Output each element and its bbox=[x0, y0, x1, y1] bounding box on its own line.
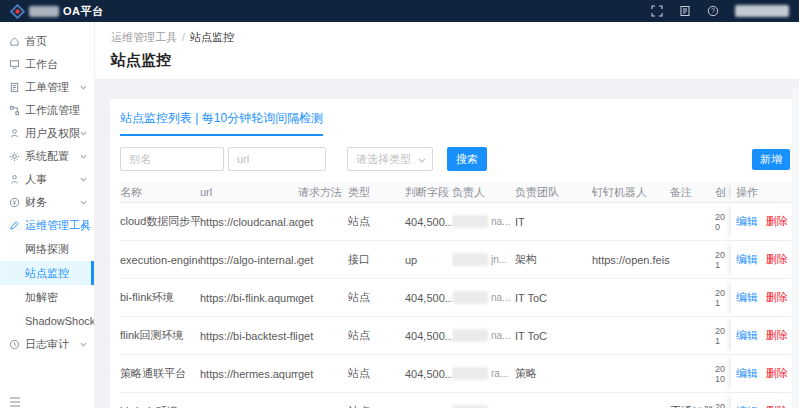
cell-url: https://bi-backtest-flink.a... bbox=[200, 317, 298, 354]
ticket-icon bbox=[9, 82, 20, 93]
sidebar-subitem-site-monitor[interactable]: 站点监控 bbox=[0, 261, 94, 285]
sidebar-item-label: 工作流管理 bbox=[25, 103, 80, 118]
sidebar-item-ops-tools[interactable]: 运维管理工具 bbox=[0, 214, 94, 237]
menu-fold-icon[interactable] bbox=[9, 393, 21, 403]
url-input[interactable] bbox=[228, 147, 326, 171]
cell-name: bi-doris环境 bbox=[120, 393, 200, 408]
cell-type: 接口 bbox=[348, 241, 405, 278]
delete-link[interactable]: 删除 bbox=[766, 214, 788, 229]
sidebar-item-label: 日志审计 bbox=[25, 337, 69, 352]
col-team: 负责团队 bbox=[515, 182, 592, 202]
sidebar-item-label: 站点监控 bbox=[25, 266, 69, 281]
cell-team: IT bbox=[515, 203, 592, 240]
tab-site-monitor-list[interactable]: 站点监控列表 | 每10分钟轮询间隔检测 bbox=[120, 110, 323, 136]
brand[interactable]: OA平台 bbox=[10, 0, 104, 22]
brand-text: OA平台 bbox=[63, 4, 104, 19]
sidebar-item-label: ShadowShock bbox=[25, 315, 94, 327]
edit-link[interactable]: 编辑 bbox=[736, 252, 758, 267]
cell-type: 站点 bbox=[348, 203, 405, 240]
cell-method: get bbox=[298, 393, 348, 408]
delete-link[interactable]: 删除 bbox=[766, 290, 788, 305]
sidebar-item-label: 用户及权限 bbox=[25, 126, 80, 141]
table-row: execution-engine https://algo-internal.a… bbox=[120, 241, 792, 279]
delete-link[interactable]: 删除 bbox=[766, 366, 788, 381]
cell-judge: 404,500... bbox=[405, 317, 452, 354]
type-select[interactable]: 请选择类型 bbox=[347, 147, 433, 171]
table-row: bi-doris环境 https://bi-doris.aqumon.c... … bbox=[120, 393, 792, 408]
chevron-down-icon bbox=[80, 154, 87, 159]
chevron-down-icon bbox=[80, 200, 87, 205]
clock-icon bbox=[9, 339, 20, 350]
cell-url: https://algo-internal.aqu... bbox=[200, 241, 298, 278]
topbar: OA平台 ? bbox=[0, 0, 799, 22]
help-icon[interactable]: ? bbox=[707, 5, 719, 17]
sidebar-item-label: 工单管理 bbox=[25, 80, 69, 95]
breadcrumb-parent[interactable]: 运维管理工具 bbox=[111, 31, 177, 43]
desktop-icon bbox=[9, 59, 20, 70]
cell-actions: 编辑删除 bbox=[731, 279, 792, 316]
search-button[interactable]: 搜索 bbox=[447, 147, 487, 171]
delete-link[interactable]: 删除 bbox=[766, 328, 788, 343]
redacted-brand-prefix bbox=[29, 6, 59, 17]
sidebar: 首页 工作台 工单管理 工作流管理 用户及权限 系统配置 人事 bbox=[0, 22, 95, 408]
filter-bar: 请选择类型 搜索 新增 bbox=[120, 147, 792, 171]
sidebar-item-workflow[interactable]: 工作流管理 bbox=[0, 99, 94, 122]
cell-owner: ra... bbox=[452, 355, 515, 392]
cell-actions: 编辑删除 bbox=[731, 317, 792, 354]
fullscreen-icon[interactable] bbox=[651, 5, 663, 17]
svg-text:?: ? bbox=[711, 7, 715, 14]
edit-link[interactable]: 编辑 bbox=[736, 328, 758, 343]
sidebar-subitem-encrypt-decrypt[interactable]: 加解密 bbox=[0, 285, 94, 309]
col-created: 创 bbox=[715, 182, 731, 202]
sidebar-item-users-permissions[interactable]: 用户及权限 bbox=[0, 122, 94, 145]
cell-created: 200 bbox=[715, 203, 731, 240]
cell-method: get bbox=[298, 355, 348, 392]
edit-link[interactable]: 编辑 bbox=[736, 290, 758, 305]
sidebar-item-workbench[interactable]: 工作台 bbox=[0, 53, 94, 76]
chevron-down-icon bbox=[80, 131, 87, 136]
sidebar-item-log-audit[interactable]: 日志审计 bbox=[0, 333, 94, 356]
cell-created: 201 bbox=[715, 241, 731, 278]
breadcrumb: 运维管理工具/站点监控 bbox=[111, 30, 783, 45]
document-icon[interactable] bbox=[679, 5, 691, 17]
delete-link[interactable]: 删除 bbox=[766, 252, 788, 267]
type-select-placeholder: 请选择类型 bbox=[356, 152, 411, 167]
add-button[interactable]: 新增 bbox=[752, 149, 790, 170]
cell-method: get bbox=[298, 279, 348, 316]
cell-name: execution-engine bbox=[120, 241, 200, 278]
cell-actions: 编辑删除 bbox=[731, 355, 792, 392]
cell-name: flink回测环境 bbox=[120, 317, 200, 354]
cell-owner: ra... bbox=[452, 393, 515, 408]
sidebar-item-system-config[interactable]: 系统配置 bbox=[0, 145, 94, 168]
cell-actions: 编辑删除 bbox=[731, 203, 792, 240]
sidebar-subitem-network-probe[interactable]: 网络探测 bbox=[0, 237, 94, 261]
sidebar-item-hr[interactable]: 人事 bbox=[0, 168, 94, 191]
app-root: OA平台 ? 首页 工作台 工单管理 bbox=[0, 0, 799, 408]
main-content: 运维管理工具/站点监控 站点监控 站点监控列表 | 每10分钟轮询间隔检测 请选… bbox=[95, 22, 799, 408]
col-actions: 操作 bbox=[731, 182, 792, 202]
col-dingtalk-robot: 钉钉机器人 bbox=[592, 182, 670, 202]
redacted-username[interactable] bbox=[735, 5, 789, 17]
sidebar-item-tickets[interactable]: 工单管理 bbox=[0, 76, 94, 99]
cell-method: get bbox=[298, 317, 348, 354]
alias-input[interactable] bbox=[120, 147, 224, 171]
vertical-scrollbar[interactable] bbox=[792, 88, 799, 408]
col-owner: 负责人 bbox=[452, 182, 515, 202]
cell-type: 站点 bbox=[348, 393, 405, 408]
workflow-icon bbox=[9, 105, 20, 116]
cell-team: IT bbox=[515, 393, 592, 408]
sidebar-item-home[interactable]: 首页 bbox=[0, 30, 94, 53]
cell-created: 201 bbox=[715, 317, 731, 354]
table-row: cloud数据同步平... https://cloudcanal.aqum...… bbox=[120, 203, 792, 241]
cell-remark bbox=[670, 355, 715, 392]
edit-link[interactable]: 编辑 bbox=[736, 214, 758, 229]
edit-link[interactable]: 编辑 bbox=[736, 366, 758, 381]
cell-team: IT ToC bbox=[515, 317, 592, 354]
delete-link[interactable]: 删除 bbox=[766, 404, 788, 408]
tool-icon bbox=[9, 220, 20, 231]
edit-link[interactable]: 编辑 bbox=[736, 404, 758, 408]
cell-url: https://bi-doris.aqumon.c... bbox=[200, 393, 298, 408]
sidebar-item-finance[interactable]: 财务 bbox=[0, 191, 94, 214]
sidebar-subitem-shadowshock[interactable]: ShadowShock bbox=[0, 309, 94, 333]
site-monitor-table: 名称 url 请求方法 类型 判断字段 负责人 负责团队 钉钉机器人 备注 创 … bbox=[120, 182, 792, 408]
